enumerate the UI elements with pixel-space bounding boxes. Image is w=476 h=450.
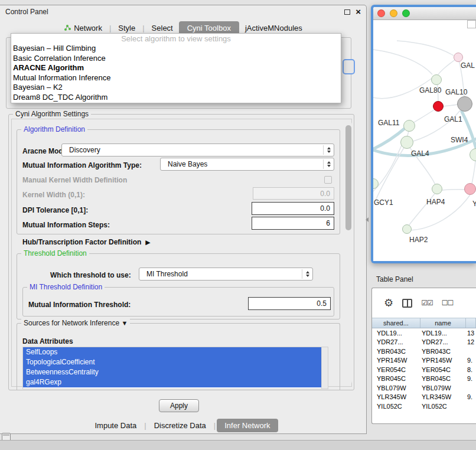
table-row[interactable]: YDL19... YDL19... 13 — [372, 328, 476, 338]
tab-network[interactable]: Network — [58, 22, 108, 34]
control-panel-window: Control Panel × Network | Style | Select… — [0, 5, 367, 434]
which-threshold-dropdown[interactable]: MI Threshold — [139, 268, 313, 281]
network-node[interactable] — [454, 53, 463, 62]
clear-selection-icon[interactable]: ☐☐ — [442, 299, 454, 307]
refresh-algorithms-button[interactable] — [343, 59, 355, 74]
unchecked-box-glyph: ☐ — [442, 299, 448, 307]
cell-shared-name: YDL19... — [372, 330, 420, 337]
tab-infer-network[interactable]: Infer Network — [217, 419, 278, 432]
tab-style[interactable]: Style — [112, 22, 141, 34]
cell-shared-name: YBR043C — [372, 348, 420, 355]
column-header-name[interactable]: name — [420, 318, 466, 328]
sources-section-toggle[interactable]: Sources for Network Inference ▼ — [21, 319, 130, 327]
algorithm-definition-title: Algorithm Definition — [21, 125, 87, 133]
node-label-swi4: SWI4 — [451, 136, 468, 144]
table-row[interactable]: YBR043C YBR043C — [372, 347, 476, 356]
mi-algorithm-type-value: Naive Bayes — [168, 160, 207, 168]
attribute-list-scrollbar[interactable] — [321, 347, 328, 389]
cell-shared-name: YER054C — [372, 366, 420, 373]
minimize-traffic-icon[interactable] — [390, 9, 397, 17]
network-view-window: GAL GAL80 GAL10 GAL11 GAL1 SWI4 GAL4 GCY… — [371, 5, 476, 263]
cell-shared-name: YBL079W — [372, 384, 420, 392]
tab-label-network: Network — [74, 24, 102, 32]
network-node-hap4[interactable] — [432, 184, 442, 194]
algorithm-option-dream8[interactable]: Dream8 DC_TDC Algorithm — [11, 93, 341, 103]
network-node-gal10[interactable] — [433, 101, 444, 112]
checked-box-glyph: ☑ — [421, 299, 427, 307]
network-node[interactable] — [431, 74, 442, 85]
tab-select[interactable]: Select — [146, 22, 179, 34]
table-header-row: shared... name — [372, 318, 476, 328]
data-attributes-list[interactable]: SelfLoops TopologicalCoefficient Between… — [22, 347, 328, 389]
aracne-mode-dropdown[interactable]: Discovery — [61, 144, 334, 156]
table-row[interactable]: YBL079W YBL079W — [372, 383, 476, 393]
mi-steps-value: 6 — [326, 219, 330, 227]
table-row[interactable]: YBR045C YBR045C 9. — [372, 374, 476, 384]
algorithm-option-aracne[interactable]: ARACNE Algorithm — [11, 63, 341, 73]
column-header-partial[interactable] — [466, 318, 476, 328]
attribute-item-topologicalcoefficient[interactable]: TopologicalCoefficient — [23, 357, 321, 367]
table-row[interactable]: YIL052C YIL052C — [372, 402, 476, 411]
scrollbar-thumb[interactable] — [345, 125, 351, 230]
mi-steps-field[interactable]: 6 — [252, 217, 334, 230]
algorithm-dropdown-popup: Select algorithm to view settings Bayesi… — [11, 33, 341, 103]
node-label-gal80: GAL80 — [419, 86, 441, 94]
cell-name: YDR27... — [420, 338, 466, 345]
threshold-definition-title: Threshold Definition — [21, 249, 89, 257]
select-all-icon[interactable]: ☑☑ — [421, 299, 433, 307]
float-window-icon[interactable] — [344, 9, 350, 15]
network-node-gal1[interactable] — [457, 96, 472, 112]
cell-name: YLR345W — [420, 393, 466, 400]
tab-jactivemnodules[interactable]: jActiveMNodules — [239, 22, 308, 34]
kernel-width-field: 0.0 — [253, 187, 334, 200]
table-row[interactable]: YLR345W YLR345W 9. — [372, 393, 476, 402]
table-panel-window: ⚙ ☑☑ ☐☐ shared... name YDL19... YDL19...… — [371, 288, 476, 424]
network-node[interactable] — [464, 183, 476, 195]
cell-name: YER054C — [420, 366, 466, 373]
mi-algorithm-type-label: Mutual Information Algorithm Type: — [22, 161, 142, 169]
table-row[interactable]: YDR27... YDR27... 12 — [372, 338, 476, 347]
cell-name: YDL19... — [420, 330, 466, 337]
algorithm-option-basic-correlation[interactable]: Basic Correlation Inference — [11, 54, 341, 64]
algorithm-option-bayesian-hill-climbing[interactable]: Bayesian – Hill Climbing — [11, 44, 341, 54]
data-attributes-label: Data Attributes — [22, 337, 73, 345]
table-row[interactable]: YER054C YER054C 8. — [372, 365, 476, 374]
attribute-item-betweennesscentrality[interactable]: BetweennessCentrality — [23, 367, 321, 377]
node-label-gal11: GAL11 — [378, 119, 399, 127]
panel-divider-handle[interactable] — [366, 217, 369, 222]
tab-impute-data[interactable]: Impute Data — [88, 419, 143, 432]
table-toolbar: ⚙ ☑☑ ☐☐ — [372, 288, 476, 318]
column-header-shared-name[interactable]: shared... — [372, 318, 420, 328]
hub-transcription-factor-toggle[interactable]: Hub/Transcription Factor Definition ▶ — [22, 238, 151, 246]
which-threshold-label: Which threshold to use: — [50, 271, 131, 279]
tab-discretize-data[interactable]: Discretize Data — [148, 419, 213, 432]
show-columns-icon[interactable] — [402, 299, 412, 308]
table-body: YDL19... YDL19... 13 YDR27... YDR27... 1… — [372, 328, 476, 411]
status-bar — [0, 440, 476, 450]
mi-threshold-field[interactable]: 0.5 — [248, 297, 331, 310]
tab-separator: | — [143, 421, 147, 430]
algorithm-option-bayesian-k2[interactable]: Bayesian – K2 — [11, 83, 341, 93]
network-window-titlebar[interactable] — [373, 7, 476, 20]
algorithm-option-mutual-information[interactable]: Mutual Information Inference — [11, 73, 341, 83]
network-node-gal11[interactable] — [403, 120, 415, 132]
table-row[interactable]: YPR145W YPR145W 9. — [372, 356, 476, 366]
settings-scrollbar[interactable] — [344, 120, 352, 385]
table-settings-gear-icon[interactable]: ⚙ — [384, 296, 393, 309]
network-node-hap2[interactable] — [402, 224, 412, 234]
unchecked-box-glyph: ☐ — [447, 299, 453, 307]
collapsed-arrow-icon: ▶ — [145, 239, 150, 246]
attribute-item-selfloops[interactable]: SelfLoops — [23, 347, 321, 357]
tab-label-style: Style — [118, 24, 135, 32]
cell-value: 13 — [466, 330, 476, 337]
zoom-traffic-icon[interactable] — [402, 9, 410, 17]
network-canvas[interactable]: GAL GAL80 GAL10 GAL11 GAL1 SWI4 GAL4 GCY… — [373, 20, 476, 261]
close-traffic-icon[interactable] — [377, 9, 385, 17]
apply-button[interactable]: Apply — [159, 399, 199, 412]
network-node-gal4[interactable] — [400, 136, 413, 149]
attribute-item-gal4rgexp[interactable]: gal4RGexp — [23, 377, 321, 387]
close-window-icon[interactable]: × — [356, 8, 361, 16]
dpi-tolerance-field[interactable]: 0.0 — [252, 202, 334, 215]
control-panel-titlebar: Control Panel × — [0, 5, 366, 18]
mi-algorithm-type-dropdown[interactable]: Naive Bayes — [160, 158, 334, 171]
